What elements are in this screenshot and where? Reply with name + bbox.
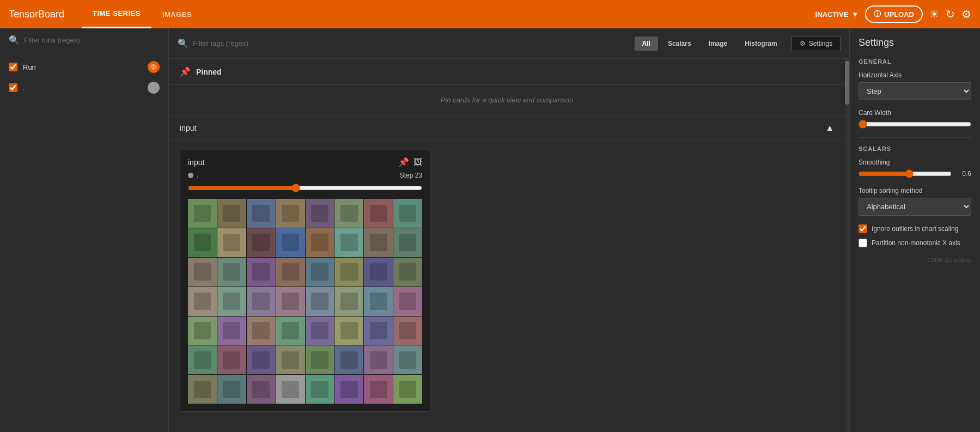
card-pin-icon[interactable]: 📌 (398, 157, 409, 167)
image-cell (217, 228, 246, 257)
card-header: input 📌 🖼 (180, 150, 430, 172)
filter-tab-image[interactable]: Image (701, 36, 735, 51)
refresh-icon[interactable]: ↻ (946, 8, 955, 21)
settings-icon[interactable]: ⚙ (961, 8, 971, 21)
app-logo: TensorBoard (9, 9, 64, 20)
image-cell (364, 375, 393, 404)
run-label-run: Run (23, 63, 142, 71)
image-cell (334, 375, 363, 404)
ignore-outliers-checkbox[interactable] (859, 224, 867, 233)
run-list: Run 🎨 . (0, 52, 168, 102)
run-checkbox-dot[interactable] (9, 83, 17, 92)
horizontal-axis-select[interactable]: Step Relative Wall (859, 82, 971, 100)
watermark: CSDN @JayGboy (859, 253, 971, 263)
run-item-run[interactable]: Run 🎨 (0, 57, 168, 77)
run-color-dot[interactable] (148, 82, 160, 94)
image-cell (334, 345, 363, 374)
step-slider[interactable] (188, 184, 422, 192)
image-cell (188, 258, 217, 287)
image-cell (334, 199, 363, 228)
card-width-slider[interactable] (859, 120, 971, 129)
search-icon: 🔍 (178, 38, 188, 48)
filter-tab-all[interactable]: All (635, 36, 658, 51)
image-cell (306, 287, 334, 316)
image-cell (364, 199, 393, 228)
image-cell (217, 258, 246, 287)
image-cell (217, 199, 246, 228)
image-cell (334, 317, 363, 345)
run-label-dot: . (23, 84, 142, 92)
pinned-empty-message: Pin cards for a quick view and compariso… (169, 85, 845, 115)
image-cell (306, 375, 334, 404)
image-cell (188, 228, 217, 257)
image-cell (217, 375, 246, 404)
filter-tab-histogram[interactable]: Histogram (737, 36, 784, 51)
image-cell (188, 199, 217, 228)
image-cell (247, 375, 276, 404)
pinned-title: Pinned (196, 68, 222, 76)
input-section-header[interactable]: input ▲ (169, 115, 845, 141)
general-section-label: GENERAL (859, 58, 971, 65)
image-cell (188, 287, 217, 316)
image-cell (393, 287, 422, 316)
run-color-run[interactable]: 🎨 (148, 61, 160, 73)
horizontal-axis-label: Horizontal Axis (859, 71, 971, 79)
collapse-icon: ▲ (825, 123, 834, 133)
tab-time-series[interactable]: TIME SERIES (82, 0, 151, 28)
panel-divider-1 (859, 137, 971, 138)
image-cell (306, 228, 334, 257)
image-cell (306, 345, 334, 374)
upload-button[interactable]: ⓘ UPLOAD (865, 5, 923, 23)
image-cell (247, 317, 276, 345)
content-area: 📌 Pinned Pin cards for a quick view and … (169, 59, 845, 432)
card-image-icon[interactable]: 🖼 (413, 157, 422, 167)
partition-checkbox[interactable] (859, 239, 867, 247)
filter-runs-input[interactable] (24, 36, 160, 44)
run-item-dot[interactable]: . (0, 77, 168, 98)
partition-label: Partition non-monotonic X axis (872, 239, 960, 247)
status-dropdown[interactable]: INACTIVE ▼ (815, 10, 859, 19)
left-sidebar: 🔍 Run 🎨 . (0, 28, 169, 432)
image-cell (188, 317, 217, 345)
brightness-icon[interactable]: ☀ (929, 8, 939, 21)
card-width-label: Card Width (859, 109, 971, 117)
pinned-section-header: 📌 Pinned (169, 59, 845, 85)
image-cell (393, 345, 422, 374)
tooltip-sorting-select[interactable]: Alphabetical Ascending Descending Defaul… (859, 198, 971, 216)
topnav: TensorBoard TIME SERIES IMAGES INACTIVE … (0, 0, 980, 28)
smoothing-slider[interactable] (859, 169, 952, 178)
settings-btn-label: Settings (809, 40, 832, 47)
image-cell (188, 375, 217, 404)
scroll-track[interactable] (845, 59, 849, 432)
image-cell (364, 345, 393, 374)
image-cell (247, 228, 276, 257)
card-title: input (188, 158, 204, 167)
image-cell (276, 228, 305, 257)
image-cell (217, 287, 246, 316)
upload-label: UPLOAD (884, 10, 914, 19)
image-cell (247, 345, 276, 374)
tab-images[interactable]: IMAGES (151, 0, 203, 28)
filter-tab-scalars[interactable]: Scalars (660, 36, 699, 51)
run-checkbox-run[interactable] (9, 63, 17, 71)
gear-icon: ⚙ (800, 40, 806, 47)
image-cell (276, 345, 305, 374)
image-cell (276, 199, 305, 228)
ignore-outliers-label: Ignore outliers in chart scaling (872, 225, 958, 233)
partition-row: Partition non-monotonic X axis (859, 239, 971, 247)
image-grid (180, 199, 430, 411)
run-dot (188, 173, 193, 178)
image-cell (188, 345, 217, 374)
card-container: input 📌 🖼 . Step 23 (169, 141, 845, 421)
search-icon: 🔍 (9, 35, 20, 45)
image-cell (393, 258, 422, 287)
scalars-section-label: SCALARS (859, 145, 971, 152)
card-width-slider-row (859, 120, 971, 129)
input-section-title: input (180, 124, 196, 132)
tooltip-sorting-label: Tooltip sorting method (859, 187, 971, 194)
image-cell (217, 345, 246, 374)
image-cell (306, 258, 334, 287)
filter-search: 🔍 (178, 38, 628, 48)
settings-panel-button[interactable]: ⚙ Settings (792, 36, 841, 51)
filter-tags-input[interactable] (193, 39, 628, 47)
